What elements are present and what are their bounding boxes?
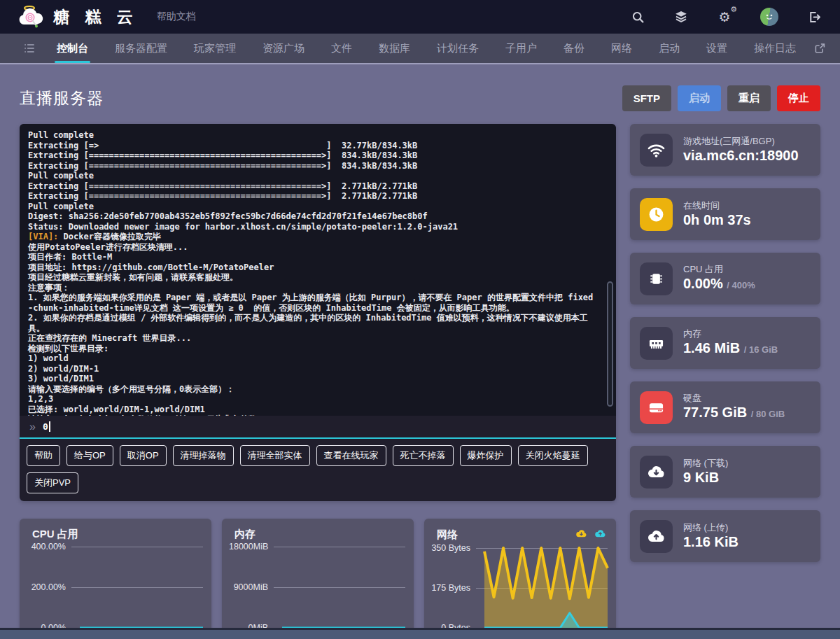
quick-button-5[interactable]: 查看在线玩家 xyxy=(316,445,386,466)
y-tick-label: 175 Bytes xyxy=(431,583,476,593)
terminal-line: Extracting [============================… xyxy=(28,150,598,161)
terminal-line: 项目地址: https://github.com/Bottle-M/Potato… xyxy=(28,262,598,273)
stat-label: 游戏地址(三网通/BGP) xyxy=(683,135,799,147)
terminal-scrollbar[interactable] xyxy=(607,281,613,407)
quick-button-3[interactable]: 清理掉落物 xyxy=(173,445,234,466)
nav-tab-1[interactable]: 服务器配置 xyxy=(102,34,181,63)
nav-tab-11[interactable]: 设置 xyxy=(693,34,741,63)
layers-icon[interactable] xyxy=(673,9,689,24)
quick-button-1[interactable]: 给与OP xyxy=(66,445,113,466)
chart-title: 网络 xyxy=(437,528,458,542)
brand: 糖 糕 云 xyxy=(18,5,139,29)
chart-card-0: CPU 占用400.00%200.00%0.00% xyxy=(20,519,211,639)
terminal-line: 已选择: world,world/DIM-1,world/DIM1 xyxy=(28,405,598,415)
nav-tab-2[interactable]: 玩家管理 xyxy=(181,34,249,63)
nav-tab-5[interactable]: 数据库 xyxy=(365,34,424,63)
services-gear-icon[interactable]: ⚙⚙ xyxy=(717,9,732,24)
terminal-line: 2) world/DIM-1 xyxy=(28,364,598,374)
content: 直播服务器 SFTP 启动 重启 停止 Pull completeExtract… xyxy=(0,66,840,628)
restart-button[interactable]: 重启 xyxy=(727,85,771,111)
help-docs-link[interactable]: 帮助文档 xyxy=(157,10,196,23)
terminal-line: 请输入要选择的编号（多个用逗号分隔，0表示全部）： xyxy=(28,384,598,395)
nav-tab-9[interactable]: 网络 xyxy=(598,34,645,63)
terminal-line: 项目经过糖糕云重新封装，如有问题，请联系客服处理。 xyxy=(28,272,598,283)
sftp-button[interactable]: SFTP xyxy=(622,85,671,111)
brand-logo-icon xyxy=(18,5,45,29)
search-icon[interactable] xyxy=(630,9,645,24)
stop-button[interactable]: 停止 xyxy=(777,85,820,111)
nav-tab-3[interactable]: 资源广场 xyxy=(249,34,318,63)
charts-row: CPU 占用400.00%200.00%0.00%内存18000MiB9000M… xyxy=(20,519,616,639)
quick-button-9[interactable]: 关闭PVP xyxy=(27,472,78,493)
open-external-icon[interactable] xyxy=(813,42,826,55)
terminal-output[interactable]: Pull completeExtracting [=> ] 32.77kB/83… xyxy=(20,124,616,416)
instance-actions: SFTP 启动 重启 停止 xyxy=(622,85,820,111)
quick-button-2[interactable]: 取消OP xyxy=(120,445,167,466)
topbar: 糖 糕 云 帮助文档 ⚙⚙ xyxy=(0,0,840,34)
stat-card-cloud-down: 网络 (下载)9 KiB xyxy=(630,446,820,498)
terminal-line: Extracting [============================… xyxy=(28,191,598,202)
nav-tab-4[interactable]: 文件 xyxy=(318,34,365,63)
quick-button-4[interactable]: 清理全部实体 xyxy=(240,445,310,466)
quick-button-7[interactable]: 爆炸保护 xyxy=(460,445,512,466)
terminal-line: Pull complete xyxy=(28,130,598,141)
nav-tab-6[interactable]: 计划任务 xyxy=(424,34,492,63)
quick-button-6[interactable]: 死亡不掉落 xyxy=(393,445,454,466)
chart-legend xyxy=(575,528,606,542)
terminal-line: 请输入 min-inhabited 参数的值（默认 0，需为非负整数）： xyxy=(28,414,598,416)
nav-tabs: 控制台服务器配置玩家管理资源广场文件数据库计划任务子用户备份网络启动设置操作日志 xyxy=(43,34,809,63)
command-input[interactable]: 0 xyxy=(43,421,48,432)
start-button[interactable]: 启动 xyxy=(678,85,721,111)
terminal-line: Extracting [============================… xyxy=(28,161,598,171)
cloud-up-icon xyxy=(640,520,673,553)
stat-label: CPU 占用 xyxy=(683,263,755,275)
quick-command-buttons: 帮助给与OP取消OP清理掉落物清理全部实体查看在线玩家死亡不掉落爆炸保护关闭火焰… xyxy=(20,439,616,501)
command-input-row[interactable]: » 0 xyxy=(20,416,616,439)
avatar[interactable] xyxy=(760,8,778,26)
quick-button-8[interactable]: 关闭火焰蔓延 xyxy=(518,445,588,466)
stat-card-cloud-up: 网络 (上传)1.16 KiB xyxy=(630,510,820,562)
y-tick-label: 18000MiB xyxy=(229,542,274,552)
nav-tab-10[interactable]: 启动 xyxy=(645,34,693,63)
stat-value: 0h 0m 37s xyxy=(683,211,751,229)
stat-suffix: / 400% xyxy=(727,280,755,290)
stat-value: 1.16 KiB xyxy=(683,533,738,551)
stat-value: via.mc6.cn:18900 xyxy=(683,147,799,164)
stat-label: 网络 (下载) xyxy=(683,457,728,469)
terminal-line: 正在查找存在的 Minecraft 世界目录... xyxy=(28,333,598,344)
terminal-line: 检测到以下世界目录: xyxy=(28,344,598,354)
nav-tab-12[interactable]: 操作日志 xyxy=(741,34,809,63)
stat-suffix: / 16 GiB xyxy=(744,344,778,355)
terminal-line: Digest: sha256:2de50feb7700ab4352eb5f892… xyxy=(28,211,598,222)
terminal-line: 1. 如果您的服务端如果你采用的是 Paper 端，或者是以 Paper 为上游… xyxy=(28,293,598,313)
chart-series xyxy=(484,548,608,628)
quick-button-0[interactable]: 帮助 xyxy=(27,445,60,466)
nav-tab-7[interactable]: 子用户 xyxy=(492,34,550,63)
clock-icon xyxy=(640,198,673,231)
stat-card-clock: 在线时间0h 0m 37s xyxy=(630,188,820,240)
terminal-line: Extracting [============================… xyxy=(28,181,598,192)
stat-value: 1.46 MiB / 16 GiB xyxy=(683,339,778,358)
stat-card-wifi: 游戏地址(三网通/BGP)via.mc6.cn:18900 xyxy=(630,124,820,176)
instance-list-icon[interactable] xyxy=(22,41,36,55)
chart-card-1: 内存18000MiB9000MiB0MiB xyxy=(222,519,414,639)
via-tag: [VIA]: xyxy=(28,232,58,241)
hdd-icon xyxy=(640,391,673,424)
nav-tab-8[interactable]: 备份 xyxy=(550,34,598,63)
stat-label: 硬盘 xyxy=(683,392,785,404)
y-tick-label: 200.00% xyxy=(27,582,71,592)
terminal-line: Status: Downloaded newer image for harbo… xyxy=(28,222,598,232)
stat-card-cpu: CPU 占用0.00% / 400% xyxy=(630,253,820,304)
cloud-down-icon[interactable] xyxy=(575,528,587,542)
stat-value: 77.75 GiB / 80 GiB xyxy=(683,404,785,423)
chart-title: 内存 xyxy=(234,528,255,541)
cloud-up-icon[interactable] xyxy=(594,528,606,542)
terminal-line: 1) world xyxy=(28,353,598,364)
stats-sidebar: 游戏地址(三网通/BGP)via.mc6.cn:18900在线时间0h 0m 3… xyxy=(630,124,820,562)
terminal-line: [VIA]: Docker容器镜像拉取完毕 xyxy=(28,232,598,242)
nav-tab-0[interactable]: 控制台 xyxy=(43,34,102,63)
logout-icon[interactable] xyxy=(806,9,822,24)
terminal-line: 3) world/DIM1 xyxy=(28,374,598,384)
y-tick-label: 400.00% xyxy=(27,542,71,552)
chart-series xyxy=(282,547,405,628)
